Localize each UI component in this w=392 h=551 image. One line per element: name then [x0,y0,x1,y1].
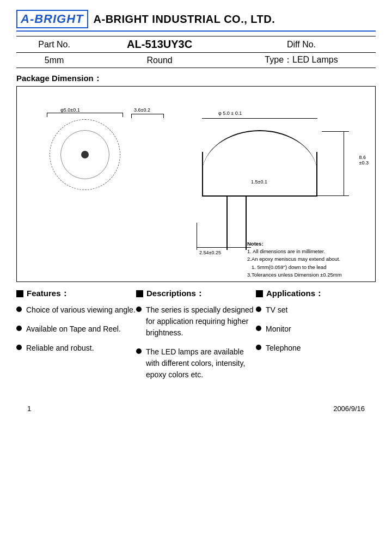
applications-header: Applications： [256,289,376,299]
descriptions-item-2: The LED lamps are available with differe… [136,346,256,381]
dim-v-height [344,131,344,195]
bullet-icon [16,326,22,331]
features-label: Features： [27,289,69,299]
descriptions-bullet-icon [136,290,143,297]
dim-label-side: 3.6±0.2 [134,107,150,113]
applications-item-2: Monitor [256,323,376,335]
dim-label-width: φ 5.0 ± 0.1 [218,111,242,116]
bullet-icon [16,307,22,312]
lead1 [226,195,228,250]
dim-h-top-r [322,131,349,132]
body-right-edge [316,152,317,195]
description-text-2: The LED lamps are available with differe… [146,346,256,381]
footer-date: 2006/9/16 [333,405,365,413]
description-text-1: The series is specially designed for app… [146,304,256,339]
part-number-row: Part No. AL-513UY3C Diff No. [16,36,376,53]
bullet-icon [256,345,261,350]
part-info-table: Part No. AL-513UY3C Diff No. 5mm Round T… [16,36,376,68]
applications-column: Applications： TV set Monitor Telephone [256,289,376,388]
dome-arc [202,130,317,174]
dim-tick-l [47,113,47,117]
descriptions-content: The series is specially designed for app… [136,304,256,381]
logo-box: A-BRIGHT [16,10,88,28]
dim-label-bottom: 1.5±0.1 [251,179,267,185]
feature-text-2: Available on Tape and Reel. [26,323,136,335]
application-text-2: Monitor [266,323,376,335]
features-item-2: Available on Tape and Reel. [16,323,136,335]
dim-lead-l [197,223,197,250]
type-value: Type：LED Lamps [227,53,376,68]
dim-label-height: 8.6±0.3 [359,155,369,166]
three-column-section: Features： Choice of various viewing angl… [16,289,376,388]
notes-title: Notes: [247,240,372,248]
page-number: 1 [27,405,31,413]
package-dimension-label: Package Dimension： [16,74,376,84]
footer: 1 2006/9/16 [16,405,376,413]
dim-line-side-top [131,114,164,114]
logo-a: A [21,12,30,26]
dim-tick-sl [131,114,132,118]
features-content: Choice of various viewing angle. Availab… [16,304,136,354]
spec-row: 5mm Round Type：LED Lamps [16,53,376,68]
features-column: Features： Choice of various viewing angl… [16,289,136,388]
size-value: 5mm [16,53,92,68]
dim-lead-h [197,247,251,248]
applications-item-3: Telephone [256,342,376,354]
dim-h-bot-r [322,195,349,196]
bullet-icon [256,307,261,312]
features-item-1: Choice of various viewing angle. [16,304,136,316]
notes-item-2: 2.An epoxy meniscus may extend about. [247,255,372,263]
part-no-value: AL-513UY3C [92,36,227,53]
bullet-icon [16,345,22,350]
dim-top-arrow [202,118,317,119]
shape-value: Round [92,53,227,68]
dim-tick-sr [163,114,164,118]
dim-tick-r [122,113,123,117]
descriptions-column: Descriptions： The series is specially de… [136,289,256,388]
company-name: A-BRIGHT INDUSTRIAL CO., LTD. [94,13,275,26]
bullet-icon [136,307,142,312]
dim-label-diameter: φ5.0±0.1 [60,107,80,113]
features-item-3: Reliable and robust. [16,342,136,354]
notes-item-3: 1. 5mm(0.059") down to the lead [247,264,372,271]
notes-box: Notes: 1. All dimensions are in millimet… [247,240,372,279]
feature-text-1: Choice of various viewing angle. [26,304,136,316]
descriptions-item-1: The series is specially designed for app… [136,304,256,339]
led-front-dot [81,151,89,158]
logo: A-BRIGHT [21,12,84,26]
features-header: Features： [16,289,136,299]
applications-content: TV set Monitor Telephone [256,304,376,354]
application-text-3: Telephone [266,342,376,354]
bullet-icon [256,326,261,331]
dim-line-top [47,113,123,113]
features-bullet-icon [16,290,23,297]
feature-text-3: Reliable and robust. [26,342,136,354]
descriptions-label: Descriptions： [146,289,204,299]
logo-bright: -BRIGHT [30,12,84,26]
dim-label-lead: 2.54±0.25 [199,250,221,255]
diff-no-label: Diff No. [227,36,376,53]
application-text-1: TV set [266,304,376,316]
descriptions-header: Descriptions： [136,289,256,299]
body-left-edge [202,152,203,195]
part-no-label: Part No. [16,36,92,53]
bullet-icon [136,348,142,354]
applications-bullet-icon [256,290,263,297]
lead-base [207,195,323,196]
header: A-BRIGHT A-BRIGHT INDUSTRIAL CO., LTD. [16,10,376,28]
package-diagram: φ5.0±0.1 3.6±0.2 8.6±0.3 2.54±0.25 φ 5.0… [16,86,376,282]
lead2 [246,195,247,250]
notes-item-1: 1. All dimensions are in millimeter. [247,248,372,255]
header-divider [16,30,376,32]
notes-item-4: 3.Tolerances unless Dimension ±0.25mm [247,271,372,279]
applications-label: Applications： [266,289,323,299]
applications-item-1: TV set [256,304,376,316]
